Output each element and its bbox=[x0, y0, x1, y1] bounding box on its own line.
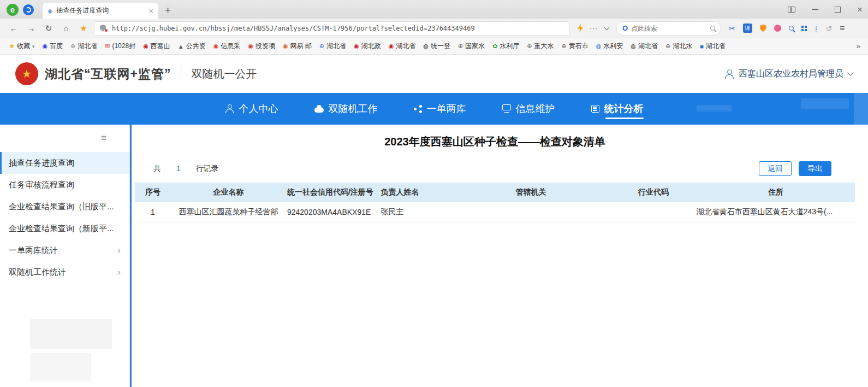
bookmark-item[interactable]: ⊕重大水 bbox=[523, 42, 557, 51]
forward-icon[interactable]: → bbox=[24, 24, 38, 33]
address-bar[interactable] bbox=[94, 21, 570, 36]
back-button[interactable]: 返回 bbox=[759, 161, 792, 176]
bookmark-item[interactable]: ⊕湖北省 bbox=[67, 42, 101, 51]
bookmark-item[interactable]: ◍湖北省 bbox=[627, 42, 662, 51]
browser-tab[interactable]: ◈ 抽查任务进度查询 × bbox=[43, 3, 158, 19]
sidebar-item-label: 一单两库统计 bbox=[9, 245, 58, 256]
bookmark-label: 西塞山 bbox=[151, 42, 170, 51]
bookmark-favicon-icon: ✿ bbox=[492, 43, 497, 50]
address-bar-extras: ··· bbox=[578, 24, 609, 32]
page-title: 2023年度西塞山区种子检查——检查对象清单 bbox=[135, 134, 855, 149]
more-actions-icon[interactable]: ··· bbox=[590, 24, 598, 32]
bookmark-label: 网易 邮 bbox=[290, 42, 311, 51]
browser-layout-icon[interactable] bbox=[788, 7, 795, 13]
browser-search-box[interactable]: O bbox=[616, 21, 721, 36]
bookmark-label: 投资项 bbox=[255, 42, 275, 51]
bookmark-item[interactable]: ◉信息采 bbox=[210, 42, 245, 51]
bookmark-label: 湖北省 bbox=[706, 42, 726, 51]
cell-authority bbox=[451, 202, 610, 222]
sidebar-item-result-query-old[interactable]: 企业检查结果查询（旧版平... bbox=[0, 196, 129, 218]
bookmark-item[interactable]: ◉百度 bbox=[38, 42, 67, 51]
translate-icon[interactable]: 译 bbox=[743, 24, 752, 33]
bookmark-item[interactable]: ◍水利安 bbox=[592, 42, 627, 51]
site-header: ★ 湖北省“互联网+监管” 双随机一公开 西塞山区农业农村局管理员 bbox=[0, 55, 868, 93]
record-count-suffix: 行记录 bbox=[196, 164, 219, 174]
home-icon[interactable]: ⌂ bbox=[59, 24, 73, 33]
bookmark-label: 湖北省 bbox=[396, 42, 415, 51]
scissors-icon[interactable]: ✂ bbox=[729, 24, 735, 33]
back-icon[interactable]: ← bbox=[7, 24, 21, 33]
search-input[interactable] bbox=[631, 25, 707, 32]
nav-item-personal-center[interactable]: 个人中心 bbox=[225, 93, 278, 125]
nav-item-one-list-two-bases[interactable]: 一单两库 bbox=[414, 93, 466, 125]
bookmark-item[interactable]: ✉(1028封 bbox=[101, 42, 139, 51]
bookmark-item[interactable]: ✿水利厅 bbox=[489, 42, 523, 51]
close-window-icon[interactable]: × bbox=[857, 5, 863, 14]
nav-item-double-random-work[interactable]: 双随机工作 bbox=[314, 93, 378, 125]
sidebar-item-one-list-two-bases-stats[interactable]: 一单两库统计 › bbox=[0, 239, 129, 261]
site-subtitle: 双随机一公开 bbox=[191, 67, 257, 81]
bookmark-favicon-icon: ◉ bbox=[354, 43, 359, 50]
table-row[interactable]: 1 西塞山区汇园蔬菜种子经营部 92420203MA4ABKX91E 张民主 湖… bbox=[135, 202, 855, 222]
bookmark-item[interactable]: ■湖北省 bbox=[696, 42, 729, 51]
favorites-star-icon[interactable]: ★ bbox=[76, 24, 91, 33]
bookmark-label: 湖北政 bbox=[361, 42, 381, 51]
main-navigation: 个人中心 双随机工作 一单两库 信息维护 统计分析 bbox=[0, 93, 868, 125]
bookmark-item[interactable]: ⊕湖北省 bbox=[316, 42, 350, 51]
browser-menu-icon[interactable]: ≡ bbox=[840, 24, 845, 33]
bookmark-favicon-icon: ◉ bbox=[283, 43, 288, 50]
download-icon[interactable]: ↓ bbox=[815, 24, 818, 32]
bookmark-item[interactable]: ◉投资项 bbox=[244, 42, 279, 51]
bookmark-item-favorites[interactable]: ★ 收藏 ▾ bbox=[5, 42, 38, 51]
apps-grid-icon[interactable] bbox=[801, 26, 804, 28]
lightning-icon[interactable] bbox=[578, 24, 583, 32]
bookmark-item[interactable]: ◉湖北省 bbox=[385, 42, 420, 51]
bookmarks-overflow-icon[interactable]: » bbox=[854, 42, 863, 50]
watermark-block bbox=[30, 353, 91, 382]
bookmark-label: 收藏 bbox=[17, 42, 30, 51]
sidebar-item-result-query-new[interactable]: 企业检查结果查询（新版平... bbox=[0, 218, 129, 239]
search-icon[interactable] bbox=[710, 26, 715, 31]
nav-decoration bbox=[854, 93, 868, 125]
user-menu[interactable]: 西塞山区农业农村局管理员 bbox=[724, 68, 853, 80]
find-in-page-icon[interactable] bbox=[789, 26, 794, 31]
browser-logo-icon[interactable]: e bbox=[7, 4, 19, 16]
extension-pink-icon[interactable] bbox=[774, 25, 781, 32]
new-tab-button[interactable]: + bbox=[165, 5, 171, 15]
browser-profile-icon[interactable] bbox=[23, 4, 34, 15]
sidebar-item-double-random-stats[interactable]: 双随机工作统计 › bbox=[0, 261, 129, 283]
bookmark-label: 重大水 bbox=[534, 42, 554, 51]
bookmark-item[interactable]: ◉网易 邮 bbox=[279, 42, 316, 51]
bookmark-favicon-icon: ◍ bbox=[596, 43, 602, 50]
bookmark-item[interactable]: ⊕国家水 bbox=[454, 42, 489, 51]
bookmark-item[interactable]: ◉湖北政 bbox=[350, 42, 385, 51]
tab-close-icon[interactable]: × bbox=[149, 7, 153, 15]
sidebar-item-label: 抽查任务进度查询 bbox=[9, 158, 74, 168]
user-name: 西塞山区农业农村局管理员 bbox=[739, 68, 843, 80]
restore-session-icon[interactable]: ↺ bbox=[825, 24, 832, 33]
bookmark-favicon-icon: ⊕ bbox=[319, 43, 324, 50]
bookmark-item[interactable]: ◉西塞山 bbox=[139, 42, 174, 51]
maximize-icon[interactable] bbox=[835, 7, 841, 13]
record-count-prefix: 共 bbox=[153, 164, 161, 174]
sidebar-item-task-progress-query[interactable]: 抽查任务进度查询 bbox=[0, 152, 129, 174]
minimize-icon[interactable] bbox=[812, 9, 818, 10]
chevron-down-icon[interactable] bbox=[604, 25, 610, 30]
nav-item-label: 一单两库 bbox=[427, 102, 466, 115]
sidebar-item-task-audit-query[interactable]: 任务审核流程查询 bbox=[0, 174, 129, 196]
nav-item-statistics-analysis[interactable]: 统计分析 bbox=[591, 93, 644, 125]
window-controls: × bbox=[788, 0, 863, 19]
nav-item-info-maintenance[interactable]: 信息维护 bbox=[502, 93, 555, 125]
url-input[interactable] bbox=[112, 25, 564, 32]
refresh-icon[interactable]: ↻ bbox=[41, 24, 56, 33]
security-shield-icon[interactable] bbox=[760, 25, 766, 32]
bookmark-item[interactable]: ◍统一登 bbox=[419, 42, 454, 51]
bookmark-favicon-icon: ◉ bbox=[42, 43, 47, 50]
bookmark-item[interactable]: ⊕黄石市 bbox=[558, 42, 592, 51]
bookmark-item[interactable]: ▲公共资 bbox=[174, 42, 210, 51]
bookmark-label: 信息采 bbox=[221, 42, 240, 51]
sidebar-menu-icon[interactable]: ≡ bbox=[101, 133, 106, 144]
bookmark-item[interactable]: ⊕湖北水 bbox=[662, 42, 696, 51]
browser-tab-bar: e ◈ 抽查任务进度查询 × + × bbox=[0, 0, 868, 19]
export-button[interactable]: 导出 bbox=[799, 161, 831, 176]
